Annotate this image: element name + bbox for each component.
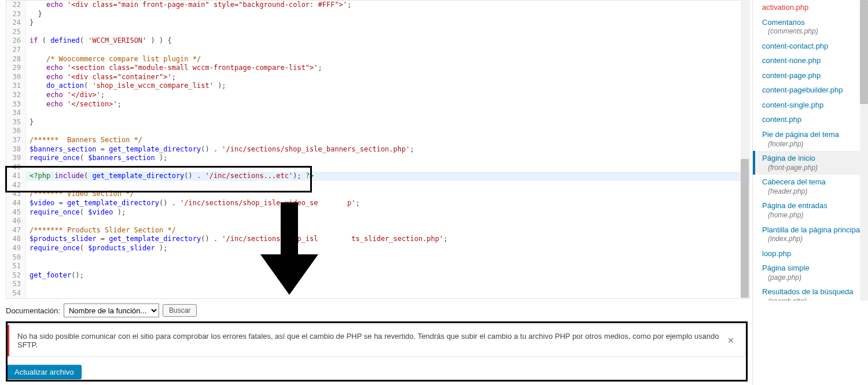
code-line[interactable]: 38$banners_section = get_template_direct…: [6, 145, 749, 154]
code-line[interactable]: 51: [6, 262, 749, 271]
code-content[interactable]: echo '<div class="main front-page-main" …: [26, 1, 749, 10]
file-item[interactable]: Página de entradas(home.php): [753, 198, 868, 222]
code-content[interactable]: }: [26, 18, 749, 28]
code-content[interactable]: [26, 262, 749, 271]
code-content[interactable]: get_footer();: [26, 271, 749, 280]
code-line[interactable]: 44$video = get_template_directory() . '/…: [6, 199, 749, 208]
file-item[interactable]: content-single.php: [753, 98, 868, 113]
file-item[interactable]: Página de inicio(front-page.php): [753, 151, 868, 175]
code-content[interactable]: /******* Video Section */: [26, 190, 749, 199]
code-content[interactable]: /****** Banners Section */: [26, 136, 749, 145]
code-content[interactable]: [26, 253, 749, 262]
file-link[interactable]: activation.php: [762, 2, 862, 13]
file-link[interactable]: Plantilla de la página principal: [762, 225, 862, 235]
code-content[interactable]: [26, 127, 749, 136]
file-item[interactable]: activation.php: [753, 0, 868, 15]
file-item[interactable]: content-page.php: [753, 68, 868, 83]
search-button[interactable]: Buscar: [163, 304, 197, 317]
code-line[interactable]: 45require_once( $video );: [6, 208, 749, 217]
file-item[interactable]: content-pagebuilder.php: [753, 83, 868, 98]
code-content[interactable]: $video = get_template_directory() . '/in…: [26, 199, 749, 208]
code-line[interactable]: 41<?php include( get_template_directory(…: [6, 172, 749, 181]
code-line[interactable]: 29 echo '<section class="module-small wc…: [6, 64, 749, 73]
file-item[interactable]: content.php: [753, 112, 868, 127]
code-content[interactable]: }: [26, 118, 749, 127]
file-link[interactable]: Página simple: [762, 263, 862, 273]
file-link[interactable]: Página de entradas: [762, 201, 862, 211]
code-line[interactable]: 50: [6, 253, 749, 262]
function-name-select[interactable]: Nombre de la función...: [64, 303, 159, 317]
code-line[interactable]: 39require_once( $banners_section );: [6, 154, 749, 163]
file-item[interactable]: Cabecera del tema(header.php): [753, 175, 868, 198]
code-content[interactable]: [26, 217, 749, 226]
file-link[interactable]: loop.php: [762, 249, 862, 259]
code-line[interactable]: 54: [6, 289, 749, 298]
file-link[interactable]: Resultados de la búsqueda: [762, 287, 862, 297]
code-content[interactable]: echo '<div class="container">';: [26, 73, 749, 82]
code-content[interactable]: $products_slider = get_template_director…: [26, 235, 749, 244]
code-line[interactable]: 34: [6, 109, 749, 118]
code-content[interactable]: }: [26, 10, 749, 19]
file-item[interactable]: Comentarios(comments.php): [753, 15, 868, 39]
file-link[interactable]: Cabecera del tema: [762, 177, 862, 187]
code-content[interactable]: echo '</div>';: [26, 91, 749, 100]
code-content[interactable]: [26, 46, 749, 55]
code-line[interactable]: 32 echo '</div>';: [6, 91, 749, 100]
code-line[interactable]: 43/******* Video Section */: [6, 190, 749, 199]
code-line[interactable]: 22 echo '<div class="main front-page-mai…: [6, 1, 749, 10]
code-line[interactable]: 24}: [6, 18, 749, 28]
code-line[interactable]: 33 echo '</section>';: [6, 100, 749, 109]
code-line[interactable]: 53: [6, 280, 749, 289]
code-content[interactable]: require_once( $video );: [26, 208, 749, 217]
file-item[interactable]: content-contact.php: [753, 39, 868, 54]
code-content[interactable]: /* Woocommerce compare list plugin */: [26, 55, 749, 64]
file-link[interactable]: content-none.php: [762, 55, 862, 66]
code-line[interactable]: 37/****** Banners Section */: [6, 136, 749, 145]
sidebar-scrollbar[interactable]: [860, 0, 868, 301]
code-content[interactable]: [26, 280, 749, 289]
code-content[interactable]: require_once( $banners_section );: [26, 154, 749, 163]
file-item[interactable]: Pie de página del tema(footer.php): [753, 127, 868, 151]
code-line[interactable]: 46: [6, 217, 749, 226]
editor-scrollbar[interactable]: [741, 1, 749, 298]
file-item[interactable]: Resultados de la búsqueda(search.php): [753, 284, 868, 301]
code-line[interactable]: 47/******* Products Slider Section */: [6, 226, 749, 235]
file-link[interactable]: Comentarios: [762, 17, 862, 28]
code-line[interactable]: 26if ( defined( 'WCCM_VERISON' ) ) {: [6, 36, 749, 46]
code-content[interactable]: <?php include( get_template_directory() …: [26, 172, 749, 181]
code-line[interactable]: 25: [6, 28, 749, 37]
file-link[interactable]: content-single.php: [762, 100, 862, 110]
file-link[interactable]: content.php: [762, 114, 862, 125]
code-line[interactable]: 30 echo '<div class="container">';: [6, 73, 749, 82]
code-line[interactable]: 27: [6, 46, 749, 55]
code-line[interactable]: 36: [6, 127, 749, 136]
file-item[interactable]: content-none.php: [753, 53, 868, 68]
code-content[interactable]: [26, 109, 749, 118]
code-line[interactable]: 42: [6, 181, 749, 190]
file-link[interactable]: Pie de página del tema: [762, 129, 862, 140]
code-line[interactable]: 35}: [6, 118, 749, 127]
dismiss-notice-button[interactable]: [725, 335, 737, 346]
code-line[interactable]: 49require_once( $products_slider );: [6, 244, 749, 253]
code-content[interactable]: [26, 181, 749, 190]
file-link[interactable]: content-pagebuilder.php: [762, 85, 862, 95]
file-link[interactable]: content-page.php: [762, 71, 862, 81]
code-content[interactable]: if ( defined( 'WCCM_VERISON' ) ) {: [26, 36, 749, 46]
code-content[interactable]: [26, 163, 749, 172]
code-editor[interactable]: 22 echo '<div class="main front-page-mai…: [6, 0, 750, 299]
code-content[interactable]: /******* Products Slider Section */: [26, 226, 749, 235]
code-content[interactable]: require_once( $products_slider );: [26, 244, 749, 253]
file-item[interactable]: Página simple(page.php): [753, 261, 868, 284]
file-link[interactable]: Página de inicio: [762, 153, 862, 164]
code-line[interactable]: 52get_footer();: [6, 271, 749, 280]
code-line[interactable]: 28 /* Woocommerce compare list plugin */: [6, 55, 749, 64]
code-content[interactable]: do_action( 'shop_isle_wccm_compare_list'…: [26, 82, 749, 91]
file-link[interactable]: content-contact.php: [762, 41, 862, 51]
code-content[interactable]: [26, 28, 749, 37]
code-content[interactable]: echo '<section class="module-small wccm-…: [26, 64, 749, 73]
code-line[interactable]: 23 }: [6, 10, 749, 19]
code-content[interactable]: echo '</section>';: [26, 100, 749, 109]
code-line[interactable]: 40: [6, 163, 749, 172]
file-item[interactable]: loop.php: [753, 246, 868, 261]
code-content[interactable]: $banners_section = get_template_director…: [26, 145, 749, 154]
